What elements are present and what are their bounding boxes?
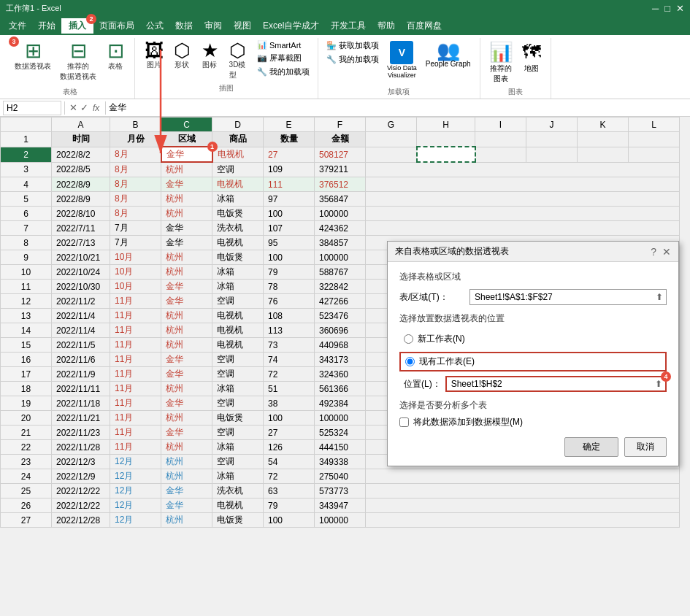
- dialog-option2-row[interactable]: 现有工作表(E): [399, 352, 667, 371]
- col-header-i[interactable]: I: [475, 118, 526, 132]
- cell-f4: 376512: [315, 177, 366, 192]
- row-header-1[interactable]: 1: [1, 132, 52, 147]
- menu-item-review[interactable]: 审阅: [199, 18, 228, 34]
- dialog-option2-label: 现有工作表(E): [419, 355, 475, 368]
- table-range-icon[interactable]: ⬆: [653, 292, 666, 302]
- people-graph-button[interactable]: 👥 People Graph: [423, 39, 474, 69]
- cell-l2: [629, 147, 680, 162]
- col-header-d[interactable]: D: [212, 118, 264, 132]
- row-header-7[interactable]: 7: [1, 221, 52, 236]
- row-header-3[interactable]: 3: [1, 162, 52, 177]
- recommended-charts-button[interactable]: 📊 推荐的图表: [486, 39, 515, 85]
- get-addins-button[interactable]: 🏪获取加载项: [324, 39, 381, 52]
- cell-j1: [526, 132, 578, 147]
- cell-c4: 金华: [161, 177, 212, 192]
- confirm-icon[interactable]: ✓: [80, 102, 88, 113]
- menu-item-formula[interactable]: 公式: [140, 18, 169, 34]
- cell-k1: [578, 132, 629, 147]
- dialog-ok-button[interactable]: 确定: [564, 437, 618, 457]
- ribbon-group-label-illustrations: 插图: [141, 83, 312, 93]
- map-chart-button[interactable]: 🗺 地图: [518, 39, 545, 75]
- col-header-j[interactable]: J: [526, 118, 578, 132]
- menu-item-home[interactable]: 开始: [32, 18, 61, 34]
- my-addins-2-button[interactable]: 🔧我的加载项: [324, 53, 381, 66]
- fx-icon[interactable]: fx: [93, 103, 99, 113]
- menu-item-dev[interactable]: 开发工具: [325, 18, 372, 34]
- my-addins-button[interactable]: 🔧我的加载项: [255, 66, 312, 78]
- smartart-button[interactable]: 📊SmartArt: [255, 39, 312, 50]
- menu-item-data[interactable]: 数据: [169, 18, 199, 34]
- col-header-b[interactable]: B: [110, 118, 161, 132]
- icons-button[interactable]: ★ 图标: [196, 39, 223, 72]
- col-header-h[interactable]: H: [417, 118, 475, 132]
- row-header-9[interactable]: 9: [1, 250, 52, 265]
- row-header-4[interactable]: 4: [1, 177, 52, 192]
- ribbon-group-label-addins: 加载项: [324, 87, 474, 97]
- recommended-pivot-button[interactable]: ⊟ 推荐的 数据透视表: [57, 39, 99, 83]
- dialog: 来自表格或区域的数据透视表 ? ✕ 选择表格或区域 表/区域(T)： Sheet…: [387, 241, 679, 466]
- menu-bar: 文件 开始 插入 2 页面布局 公式 数据 审阅 视图 Excel自学成才 开发…: [0, 16, 690, 35]
- row-header-8[interactable]: 8: [1, 236, 52, 250]
- name-box[interactable]: H2: [3, 101, 61, 115]
- dialog-location-value[interactable]: Sheet1!$H$2: [447, 379, 652, 389]
- cell-c1: 区域: [161, 132, 212, 147]
- badge-1: 1: [207, 142, 218, 152]
- menu-item-layout[interactable]: 页面布局: [93, 18, 140, 34]
- col-header-f[interactable]: F: [315, 118, 366, 132]
- cell-c2[interactable]: 金华 1: [161, 147, 212, 162]
- row-header-6[interactable]: 6: [1, 207, 52, 221]
- col-header-k[interactable]: K: [578, 118, 629, 132]
- dialog-option1-row[interactable]: 新工作表(N): [399, 331, 667, 347]
- row-header-2[interactable]: 2: [1, 147, 52, 162]
- dialog-section1-title: 选择表格或区域: [399, 271, 667, 283]
- close-icon[interactable]: ✕: [676, 3, 684, 14]
- data-model-checkbox[interactable]: [399, 417, 409, 427]
- 3d-model-button[interactable]: ⬡ 3D模型: [224, 39, 250, 82]
- menu-item-insert[interactable]: 插入 2: [61, 18, 93, 34]
- menu-item-file[interactable]: 文件: [3, 18, 32, 34]
- dialog-table-value[interactable]: Sheet1!$A$1:$F$27: [470, 292, 653, 302]
- cell-i2: [475, 147, 526, 162]
- menu-item-help[interactable]: 帮助: [372, 18, 401, 34]
- cell-b3: 8月: [110, 162, 161, 177]
- col-header-l[interactable]: L: [629, 118, 680, 132]
- shapes-button[interactable]: ⬡ 形状: [169, 39, 195, 72]
- minimize-icon[interactable]: ─: [652, 3, 659, 14]
- menu-item-view[interactable]: 视图: [228, 18, 257, 34]
- cell-d4: 电视机: [212, 177, 264, 192]
- cell-e4: 111: [264, 177, 315, 192]
- picture-button[interactable]: 🖼 图片: [141, 39, 167, 72]
- col-header-c[interactable]: C: [161, 118, 212, 132]
- col-header-e[interactable]: E: [264, 118, 315, 132]
- formula-bar: H2 ✕ ✓ fx 金华: [0, 99, 690, 117]
- cell-f3: 379211: [315, 162, 366, 177]
- new-sheet-radio[interactable]: [404, 334, 413, 344]
- cell-i1: [475, 132, 526, 147]
- existing-sheet-radio[interactable]: [405, 357, 415, 366]
- dialog-close-icon[interactable]: ✕: [662, 246, 671, 258]
- table-button[interactable]: ⊡ 表格: [102, 39, 129, 73]
- screenshot-button[interactable]: 📷屏幕截图: [255, 52, 312, 64]
- cell-b4: 8月: [110, 177, 161, 192]
- dialog-cancel-button[interactable]: 取消: [624, 437, 667, 457]
- col-header-a[interactable]: A: [52, 118, 110, 132]
- formula-divider: [64, 101, 65, 115]
- formula-value[interactable]: 金华: [109, 101, 687, 114]
- col-header-g[interactable]: G: [366, 118, 417, 132]
- maximize-icon[interactable]: □: [664, 3, 670, 14]
- row-header-5[interactable]: 5: [1, 192, 52, 207]
- dialog-location-label: 位置(L)：: [404, 378, 441, 390]
- cell-d2: 电视机: [212, 147, 264, 162]
- badge-4: 4: [661, 371, 671, 382]
- dialog-help-icon[interactable]: ?: [651, 246, 656, 258]
- menu-item-excel-learn[interactable]: Excel自学成才: [257, 18, 325, 34]
- badge-3: 3: [9, 36, 19, 47]
- visio-data-visualizer-button[interactable]: V Visio DataVisualizer: [384, 39, 420, 80]
- dialog-option1-label: 新工作表(N): [418, 333, 465, 345]
- pivot-table-button[interactable]: 3 ⊞ 数据透视表: [12, 39, 54, 73]
- ribbon-group-table: 3 ⊞ 数据透视表 ⊟ 推荐的 数据透视表 ⊡ 表格 表格: [6, 38, 135, 99]
- cell-a3: 2022/8/5: [52, 162, 110, 177]
- menu-item-baidu[interactable]: 百度网盘: [401, 18, 448, 34]
- cell-h2[interactable]: [417, 147, 475, 162]
- cancel-icon[interactable]: ✕: [69, 102, 77, 113]
